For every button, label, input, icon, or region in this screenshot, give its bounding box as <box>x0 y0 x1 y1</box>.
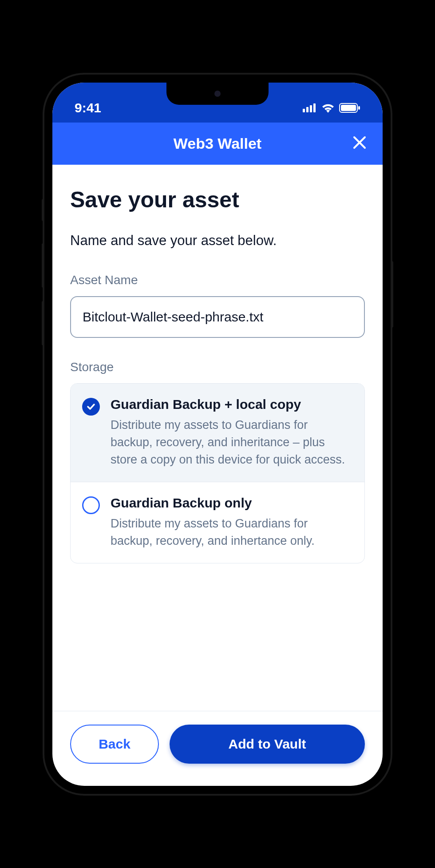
option-text: Guardian Backup only Distribute my asset… <box>111 495 353 550</box>
svg-rect-5 <box>341 105 356 111</box>
back-button[interactable]: Back <box>70 725 159 764</box>
nav-title: Web3 Wallet <box>174 135 261 152</box>
phone-side-button <box>42 301 44 345</box>
option-title: Guardian Backup only <box>111 495 353 511</box>
wifi-icon <box>321 103 335 113</box>
svg-rect-1 <box>306 107 308 112</box>
phone-screen: 9:41 <box>52 83 383 786</box>
radio-unchecked-icon <box>82 496 100 514</box>
option-text: Guardian Backup + local copy Distribute … <box>111 397 353 468</box>
asset-name-label: Asset Name <box>70 273 365 287</box>
svg-rect-2 <box>310 105 312 112</box>
option-description: Distribute my assets to Guardians for ba… <box>111 416 353 468</box>
option-title: Guardian Backup + local copy <box>111 397 353 412</box>
storage-label: Storage <box>70 360 365 374</box>
footer-actions: Back Add to Vault <box>52 711 383 786</box>
content-area: Save your asset Name and save your asset… <box>52 165 383 711</box>
close-button[interactable] <box>352 135 367 152</box>
nav-bar: Web3 Wallet <box>52 123 383 165</box>
status-icons <box>303 103 360 113</box>
close-icon <box>352 135 367 150</box>
svg-rect-3 <box>313 103 316 112</box>
option-description: Distribute my assets to Guardians for ba… <box>111 515 353 550</box>
phone-side-button <box>42 243 44 288</box>
add-to-vault-button[interactable]: Add to Vault <box>170 725 365 764</box>
phone-side-button <box>42 199 44 221</box>
page-title: Save your asset <box>70 187 365 213</box>
storage-option-guardian-only[interactable]: Guardian Backup only Distribute my asset… <box>71 482 364 563</box>
svg-rect-6 <box>358 106 360 110</box>
cellular-icon <box>303 103 317 112</box>
storage-options-group: Guardian Backup + local copy Distribute … <box>70 383 365 564</box>
page-subtitle: Name and save your asset below. <box>70 233 365 249</box>
status-time: 9:41 <box>75 100 101 115</box>
phone-side-button <box>391 261 393 328</box>
storage-option-guardian-local[interactable]: Guardian Backup + local copy Distribute … <box>71 384 364 482</box>
radio-checked-icon <box>82 398 100 416</box>
asset-name-input[interactable] <box>70 296 365 338</box>
phone-notch <box>166 83 269 105</box>
svg-rect-0 <box>303 109 305 112</box>
battery-icon <box>339 103 360 113</box>
phone-frame: 9:41 <box>44 75 391 794</box>
